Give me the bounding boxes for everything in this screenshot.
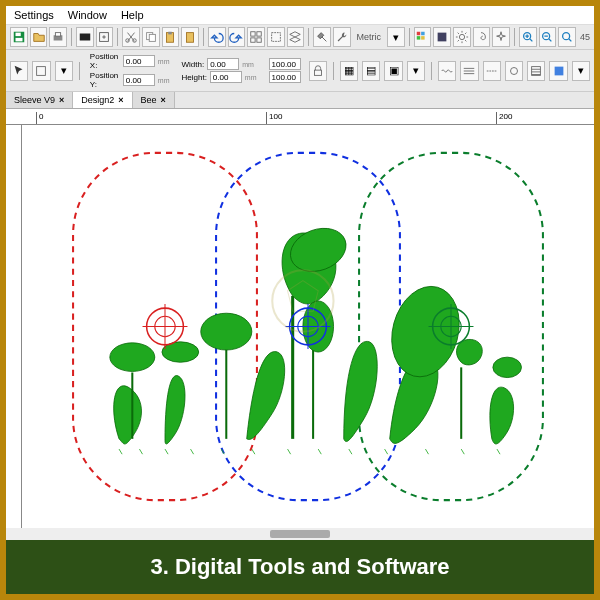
svg-rect-1	[15, 33, 20, 37]
close-icon[interactable]: ×	[161, 95, 166, 105]
svg-point-35	[201, 313, 252, 350]
pct-h-input[interactable]	[269, 71, 301, 83]
svg-rect-5	[80, 34, 91, 41]
svg-rect-13	[187, 33, 194, 43]
tab-bee[interactable]: Bee×	[133, 92, 175, 108]
hammer-icon[interactable]	[313, 27, 331, 47]
stitch-type-4-icon[interactable]	[505, 61, 523, 81]
svg-rect-12	[169, 32, 173, 35]
width-label: Width:	[182, 60, 205, 69]
export-icon[interactable]	[96, 27, 114, 47]
pointer-icon[interactable]	[10, 61, 28, 81]
lock-aspect-icon[interactable]	[309, 61, 327, 81]
undo-icon[interactable]	[208, 27, 226, 47]
svg-point-30	[511, 67, 518, 74]
dropdown-icon[interactable]: ▾	[407, 61, 425, 81]
ruler-vertical	[6, 125, 22, 528]
chevron-down-icon[interactable]: ▾	[55, 61, 73, 81]
svg-rect-29	[314, 70, 321, 75]
tab-design2[interactable]: Design2×	[73, 92, 132, 108]
cut-icon[interactable]	[122, 27, 140, 47]
svg-rect-19	[417, 32, 421, 36]
color-fill-icon[interactable]	[549, 61, 567, 81]
svg-rect-10	[149, 34, 155, 41]
ruler-horizontal: 0 100 200	[6, 109, 594, 125]
group-icon[interactable]: ▣	[384, 61, 402, 81]
svg-point-39	[493, 357, 522, 377]
svg-rect-18	[271, 33, 280, 42]
wrench-icon[interactable]	[333, 27, 351, 47]
svg-rect-14	[251, 32, 255, 36]
pct-w-input[interactable]	[269, 58, 301, 70]
paste-icon[interactable]	[162, 27, 180, 47]
more-dropdown-icon[interactable]: ▾	[572, 61, 590, 81]
svg-rect-23	[438, 33, 447, 42]
stitch-type-2-icon[interactable]	[460, 61, 478, 81]
svg-rect-15	[257, 32, 261, 36]
height-label: Height:	[182, 73, 207, 82]
svg-rect-22	[422, 36, 426, 40]
sparkle-icon[interactable]	[492, 27, 510, 47]
svg-rect-2	[15, 38, 22, 42]
svg-rect-17	[257, 38, 261, 42]
units-label: Metric	[353, 32, 386, 42]
shape-tool-icon[interactable]	[32, 61, 50, 81]
grid-icon[interactable]	[247, 27, 265, 47]
sun-icon[interactable]	[453, 27, 471, 47]
svg-point-33	[110, 343, 155, 372]
layers-icon[interactable]	[287, 27, 305, 47]
stitch-type-1-icon[interactable]	[438, 61, 456, 81]
align-icon[interactable]: ▦	[340, 61, 358, 81]
menu-help[interactable]: Help	[121, 9, 144, 21]
svg-rect-4	[56, 33, 61, 37]
pos-x-label: Position X:	[90, 52, 120, 70]
svg-point-38	[382, 279, 469, 385]
fill-pattern-icon[interactable]	[527, 61, 545, 81]
svg-rect-28	[37, 66, 46, 75]
width-input[interactable]	[207, 58, 239, 70]
distribute-icon[interactable]: ▤	[362, 61, 380, 81]
zoom-out-icon[interactable]	[539, 27, 557, 47]
open-icon[interactable]	[30, 27, 48, 47]
menubar: Settings Window Help	[6, 6, 594, 25]
zoom-fit-icon[interactable]	[558, 27, 576, 47]
menu-settings[interactable]: Settings	[14, 9, 54, 21]
color-palette-icon[interactable]	[414, 27, 432, 47]
slide-caption: 3. Digital Tools and Software	[6, 540, 594, 594]
embroidery-design[interactable]	[110, 221, 522, 454]
height-input[interactable]	[210, 71, 242, 83]
svg-rect-16	[251, 38, 255, 42]
pos-y-label: Position Y:	[90, 71, 120, 89]
stitch-type-3-icon[interactable]	[483, 61, 501, 81]
print-icon[interactable]	[49, 27, 67, 47]
units-dropdown-icon[interactable]: ▾	[387, 27, 405, 47]
document-tabs: Sleeve V9× Design2× Bee×	[6, 92, 594, 109]
svg-rect-21	[417, 36, 421, 40]
close-icon[interactable]: ×	[59, 95, 64, 105]
menu-window[interactable]: Window	[68, 9, 107, 21]
tab-sleeve[interactable]: Sleeve V9×	[6, 92, 73, 108]
svg-point-27	[563, 33, 570, 40]
svg-point-24	[459, 34, 464, 39]
swirl-icon[interactable]	[473, 27, 491, 47]
save-icon[interactable]	[10, 27, 28, 47]
pos-y-input[interactable]	[123, 74, 155, 86]
toolbar-main: Metric ▾ 45	[6, 25, 594, 50]
scrollbar-horizontal[interactable]	[6, 528, 594, 540]
svg-rect-32	[554, 66, 563, 75]
pos-x-input[interactable]	[123, 55, 155, 67]
toolbar-properties: ▾ Position X:mm Position Y:mm Width:mm H…	[6, 50, 594, 92]
stitch-view-icon[interactable]	[433, 27, 451, 47]
design-canvas[interactable]	[22, 125, 594, 528]
redo-icon[interactable]	[228, 27, 246, 47]
close-icon[interactable]: ×	[118, 95, 123, 105]
copy-icon[interactable]	[142, 27, 160, 47]
svg-rect-20	[422, 32, 426, 36]
zoom-value: 45	[580, 32, 590, 42]
machine-icon[interactable]	[76, 27, 94, 47]
zoom-in-icon[interactable]	[519, 27, 537, 47]
select-icon[interactable]	[267, 27, 285, 47]
paste-special-icon[interactable]	[181, 27, 199, 47]
